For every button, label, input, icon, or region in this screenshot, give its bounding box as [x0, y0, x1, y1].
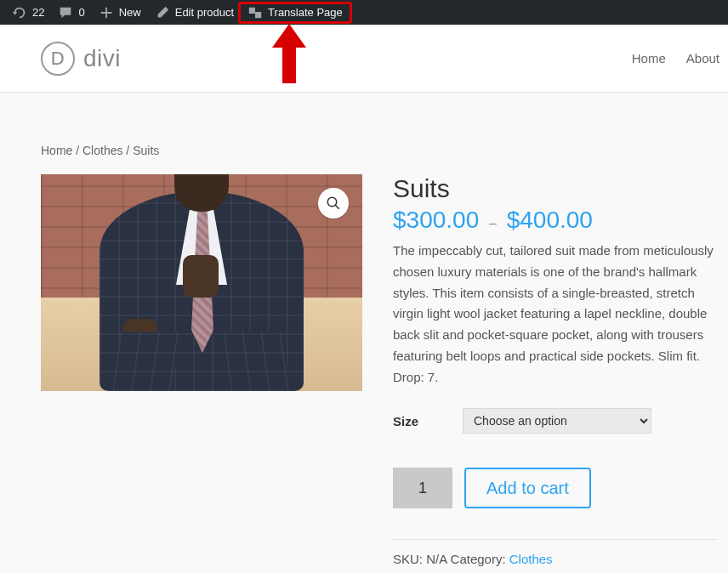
quantity-input[interactable]	[393, 468, 452, 508]
svg-point-1	[327, 197, 337, 207]
sku-value: N/A	[426, 552, 446, 566]
site-header: D divi Home About	[0, 25, 728, 93]
logo-mark: D	[41, 42, 75, 76]
plus-icon	[99, 5, 114, 20]
nav-home[interactable]: Home	[632, 51, 666, 65]
logo-text: divi	[83, 45, 121, 72]
currency-low: $	[393, 207, 407, 233]
edit-product-label: Edit product	[175, 6, 234, 19]
breadcrumb[interactable]: Home / Clothes / Suits	[41, 144, 718, 157]
nav-about[interactable]: About	[686, 51, 719, 65]
main-nav: Home About	[632, 51, 719, 65]
admin-bar-new[interactable]: New	[92, 0, 148, 25]
price-low: 300.00	[407, 207, 480, 233]
updates-icon	[12, 5, 27, 20]
site-logo[interactable]: D divi	[41, 42, 121, 76]
sku-label: SKU:	[393, 552, 426, 566]
product-meta: SKU: N/A Category: Clothes	[393, 539, 718, 566]
size-select[interactable]: Choose an option	[463, 408, 651, 434]
pencil-icon	[155, 5, 170, 20]
svg-line-2	[335, 205, 339, 209]
updates-count: 22	[32, 6, 44, 19]
admin-bar-translate-page[interactable]: Translate Page	[238, 2, 352, 24]
admin-bar-edit-product[interactable]: Edit product	[148, 0, 241, 25]
category-link[interactable]: Clothes	[509, 552, 553, 566]
currency-high: $	[507, 207, 520, 233]
new-label: New	[119, 6, 141, 19]
category-label: Category:	[446, 552, 509, 566]
translate-icon	[247, 5, 263, 20]
size-label: Size	[393, 414, 463, 428]
comments-count: 0	[78, 6, 84, 19]
product-description: The impeccably cut, tailored suit made f…	[393, 241, 718, 388]
admin-bar-updates[interactable]: 22	[5, 0, 51, 25]
admin-bar-comments[interactable]: 0	[51, 0, 91, 25]
wp-admin-bar: 22 0 New Edit product Translate Page	[0, 0, 728, 25]
zoom-button[interactable]	[318, 188, 349, 218]
add-to-cart-button[interactable]: Add to cart	[464, 468, 591, 508]
product-price: $300.00 – $400.00	[393, 207, 718, 234]
price-high: 400.00	[520, 207, 593, 233]
translate-label: Translate Page	[268, 6, 343, 19]
comment-icon	[58, 5, 73, 20]
price-separator: –	[489, 216, 497, 230]
product-image[interactable]	[41, 174, 362, 391]
magnifier-icon	[326, 196, 341, 211]
product-title: Suits	[393, 174, 718, 203]
